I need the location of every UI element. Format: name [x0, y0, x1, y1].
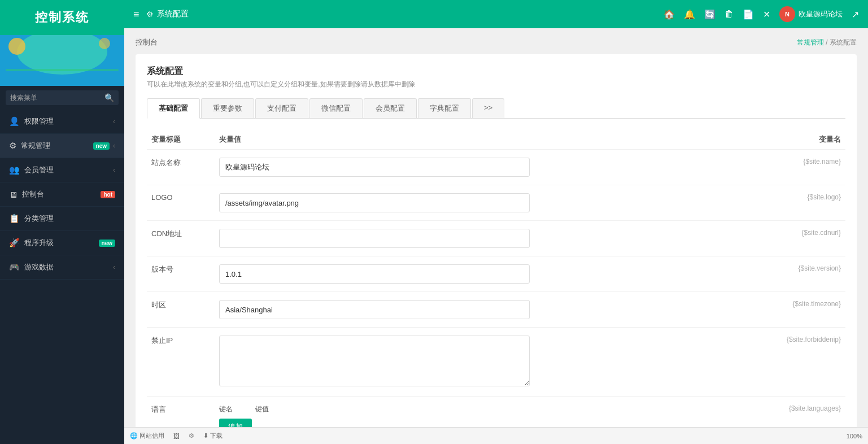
tab-member-config[interactable]: 会员配置 — [364, 98, 417, 118]
close-icon[interactable]: ✕ — [763, 9, 770, 20]
field-value-version — [215, 256, 732, 292]
input-sitename[interactable] — [219, 158, 530, 177]
col-header-value: 夹量值 — [215, 130, 732, 150]
bottombar: 🌐 网站信用 🖼 ⚙ ⬇ 下载 100% — [124, 427, 868, 444]
field-value-cdn — [215, 221, 732, 256]
col-header-label: 变量标题 — [147, 130, 215, 150]
topbar-user[interactable]: N 欧皇源码论坛 — [779, 6, 843, 22]
sidebar-item-game[interactable]: 🎮 游戏数据 ‹ — [0, 255, 124, 280]
zoom-level: 100% — [847, 433, 862, 439]
sidebar-item-dashboard[interactable]: 🖥 控制台 hot — [0, 182, 124, 207]
settings-icon: ⚙ — [189, 432, 194, 439]
sidebar-item-label: 权限管理 — [24, 116, 54, 127]
globe-icon: 🌐 — [130, 432, 138, 439]
bottombar-label: 下载 — [210, 432, 223, 440]
sidebar-item-access[interactable]: 👤 权限管理 ‹ — [0, 110, 124, 134]
bottombar-label: 网站信用 — [139, 432, 164, 440]
tab-payment[interactable]: 支付配置 — [255, 98, 308, 118]
tab-basic[interactable]: 基础配置 — [147, 98, 200, 119]
field-label-forbidip: 禁止IP — [147, 328, 215, 397]
member-icon: 👥 — [9, 165, 20, 175]
topbar: ≡ ⚙ 系统配置 🏠 🔔 🔄 🗑 📄 ✕ N 欧皇源码论坛 ↗ — [124, 0, 868, 28]
varname-logo: {$site.logo} — [732, 185, 845, 221]
varname-version: {$site.version} — [732, 256, 845, 292]
bell-icon[interactable]: 🔔 — [684, 9, 695, 20]
page-description: 可以在此增改系统的变量和分组,也可以自定义分组和变量,如果需要删除请从数据库中删… — [147, 80, 845, 89]
language-header: 键名 键值 — [219, 404, 728, 414]
tab-important[interactable]: 重要参数 — [201, 98, 254, 118]
menu-toggle-icon[interactable]: ≡ — [133, 8, 139, 20]
add-language-button[interactable]: 追加 — [219, 419, 252, 427]
breadcrumb-bar: 控制台 常规管理 / 系统配置 — [136, 37, 857, 47]
tab-wechat[interactable]: 微信配置 — [309, 98, 363, 118]
varname-sitename: {$site.name} — [732, 150, 845, 185]
breadcrumb: 控制台 — [136, 37, 158, 47]
chevron-icon: ‹ — [113, 263, 115, 271]
bottombar-item: ⚙ — [189, 432, 194, 439]
main-content: ≡ ⚙ 系统配置 🏠 🔔 🔄 🗑 📄 ✕ N 欧皇源码论坛 ↗ 控制台 — [124, 0, 868, 444]
file-icon[interactable]: 📄 — [743, 9, 754, 20]
field-label-sitename: 站点名称 — [147, 150, 215, 185]
trash-icon[interactable]: 🗑 — [725, 9, 734, 19]
share-icon[interactable]: ↗ — [852, 9, 859, 20]
sidebar-item-label: 控制台 — [22, 189, 44, 199]
textarea-forbidip[interactable] — [219, 336, 530, 386]
topbar-title: ⚙ 系统配置 — [146, 9, 189, 19]
refresh-icon[interactable]: 🔄 — [704, 9, 716, 20]
breadcrumb-link-general[interactable]: 常规管理 — [797, 38, 824, 46]
breadcrumb-right: 常规管理 / 系统配置 — [797, 38, 857, 47]
sidebar-banner — [0, 35, 124, 86]
table-row: 禁止IP {$site.forbiddenip} — [147, 328, 845, 397]
access-icon: 👤 — [9, 116, 20, 127]
varname-timezone: {$site.timezone} — [732, 292, 845, 328]
image-icon: 🖼 — [173, 433, 180, 439]
chevron-icon: ‹ — [113, 117, 115, 125]
table-row: 版本号 {$site.version} — [147, 256, 845, 292]
gear-icon: ⚙ — [146, 10, 154, 19]
varname-forbidip: {$site.forbiddenip} — [732, 328, 845, 397]
category-icon: 📋 — [9, 214, 20, 224]
table-row: 语言 键名 键值 追加 {$site.languages} — [147, 397, 845, 428]
upgrade-icon: 🚀 — [9, 238, 20, 248]
svg-rect-4 — [6, 69, 119, 71]
field-value-sitename — [215, 150, 732, 185]
form-table: 变量标题 夹量值 变量名 站点名称 {$site.name} — [147, 130, 845, 427]
lang-val-label: 键值 — [255, 404, 269, 414]
zoom-text: 100% — [847, 433, 862, 439]
sidebar-item-member[interactable]: 👥 会员管理 ‹ — [0, 158, 124, 182]
sidebar-item-general[interactable]: ⚙ 常规管理 new ‹ — [0, 134, 124, 158]
breadcrumb-separator: / — [826, 38, 830, 46]
sidebar-item-upgrade[interactable]: 🚀 程序升级 new — [0, 231, 124, 255]
sidebar-item-label: 程序升级 — [24, 238, 54, 248]
svg-point-2 — [8, 38, 25, 55]
home-icon[interactable]: 🏠 — [664, 9, 675, 20]
table-row: 站点名称 {$site.name} — [147, 150, 845, 185]
dashboard-icon: 🖥 — [9, 190, 18, 199]
tab-more[interactable]: >> — [472, 98, 504, 118]
sidebar-item-label: 会员管理 — [24, 165, 54, 175]
field-value-timezone — [215, 292, 732, 328]
sidebar-item-label: 游戏数据 — [24, 262, 54, 272]
new-badge: new — [99, 240, 115, 247]
input-cdn[interactable] — [219, 229, 530, 248]
input-version[interactable] — [219, 264, 530, 284]
hot-badge: hot — [101, 191, 115, 198]
input-logo[interactable] — [219, 193, 530, 212]
sidebar: 控制系统 🔍 👤 权限管理 ‹ ⚙ 常规管理 new — [0, 0, 124, 444]
varname-cdn: {$site.cdnurl} — [732, 221, 845, 256]
chevron-icon: ‹ — [113, 166, 115, 174]
field-label-timezone: 时区 — [147, 292, 215, 328]
download-icon: ⬇ — [203, 432, 208, 439]
search-input[interactable] — [10, 94, 104, 102]
tab-dict[interactable]: 字典配置 — [418, 98, 471, 118]
field-label-language: 语言 — [147, 397, 215, 428]
chevron-icon: ‹ — [113, 142, 115, 150]
sidebar-item-category[interactable]: 📋 分类管理 — [0, 207, 124, 231]
topbar-username: 欧皇源码论坛 — [799, 9, 843, 19]
input-timezone[interactable] — [219, 300, 530, 319]
field-value-logo — [215, 185, 732, 221]
field-label-cdn: CDN地址 — [147, 221, 215, 256]
lang-key-label: 键名 — [219, 404, 233, 414]
sidebar-item-label: 分类管理 — [24, 214, 54, 224]
bottombar-item: 🖼 — [173, 433, 180, 439]
